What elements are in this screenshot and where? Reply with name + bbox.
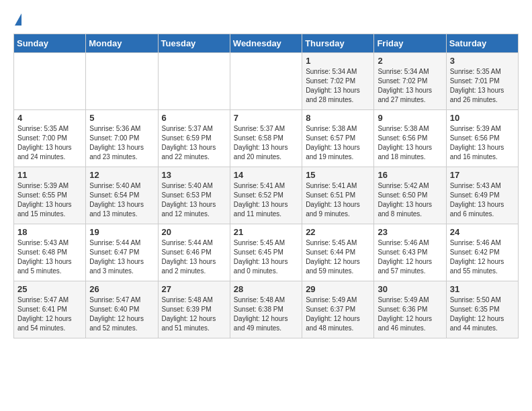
cell-info: Sunrise: 5:45 AMSunset: 6:44 PMDaylight:…	[306, 238, 370, 276]
calendar-cell: 10Sunrise: 5:39 AMSunset: 6:56 PMDayligh…	[446, 110, 518, 167]
day-number: 18	[17, 227, 82, 237]
week-row-4: 18Sunrise: 5:43 AMSunset: 6:48 PMDayligh…	[14, 224, 519, 281]
day-number: 3	[450, 56, 515, 66]
cell-info: Sunrise: 5:37 AMSunset: 6:58 PMDaylight:…	[234, 124, 298, 162]
calendar-cell: 19Sunrise: 5:44 AMSunset: 6:47 PMDayligh…	[86, 224, 158, 281]
cell-info: Sunrise: 5:34 AMSunset: 7:02 PMDaylight:…	[378, 67, 442, 105]
calendar-cell: 18Sunrise: 5:43 AMSunset: 6:48 PMDayligh…	[14, 224, 86, 281]
calendar-cell: 26Sunrise: 5:47 AMSunset: 6:40 PMDayligh…	[86, 281, 158, 338]
calendar-cell: 4Sunrise: 5:35 AMSunset: 7:00 PMDaylight…	[14, 110, 86, 167]
day-header-thursday: Thursday	[302, 34, 374, 53]
cell-info: Sunrise: 5:40 AMSunset: 6:54 PMDaylight:…	[89, 181, 154, 219]
calendar-cell: 17Sunrise: 5:43 AMSunset: 6:49 PMDayligh…	[446, 167, 518, 224]
cell-info: Sunrise: 5:48 AMSunset: 6:39 PMDaylight:…	[162, 295, 226, 333]
cell-info: Sunrise: 5:44 AMSunset: 6:46 PMDaylight:…	[162, 238, 226, 276]
calendar-table: SundayMondayTuesdayWednesdayThursdayFrid…	[13, 34, 519, 338]
cell-info: Sunrise: 5:49 AMSunset: 6:37 PMDaylight:…	[306, 295, 370, 333]
day-number: 20	[162, 227, 226, 237]
day-number: 25	[17, 284, 82, 294]
cell-info: Sunrise: 5:43 AMSunset: 6:48 PMDaylight:…	[17, 238, 82, 276]
day-number: 16	[378, 170, 442, 180]
calendar-cell: 31Sunrise: 5:50 AMSunset: 6:35 PMDayligh…	[446, 281, 518, 338]
calendar-cell: 24Sunrise: 5:46 AMSunset: 6:42 PMDayligh…	[446, 224, 518, 281]
day-number: 27	[162, 284, 226, 294]
calendar-cell: 5Sunrise: 5:36 AMSunset: 7:00 PMDaylight…	[86, 110, 158, 167]
calendar-cell: 1Sunrise: 5:34 AMSunset: 7:02 PMDaylight…	[302, 53, 374, 110]
calendar-cell: 6Sunrise: 5:37 AMSunset: 6:59 PMDaylight…	[158, 110, 230, 167]
day-number: 7	[234, 113, 298, 123]
day-number: 28	[234, 284, 298, 294]
calendar-cell: 20Sunrise: 5:44 AMSunset: 6:46 PMDayligh…	[158, 224, 230, 281]
calendar-cell: 27Sunrise: 5:48 AMSunset: 6:39 PMDayligh…	[158, 281, 230, 338]
calendar-cell: 3Sunrise: 5:35 AMSunset: 7:01 PMDaylight…	[446, 53, 518, 110]
day-number: 31	[450, 284, 515, 294]
calendar-cell: 25Sunrise: 5:47 AMSunset: 6:41 PMDayligh…	[14, 281, 86, 338]
calendar-cell: 7Sunrise: 5:37 AMSunset: 6:58 PMDaylight…	[230, 110, 302, 167]
cell-info: Sunrise: 5:47 AMSunset: 6:40 PMDaylight:…	[89, 295, 154, 333]
day-number: 6	[162, 113, 226, 123]
day-number: 4	[17, 113, 82, 123]
calendar-cell: 9Sunrise: 5:38 AMSunset: 6:56 PMDaylight…	[374, 110, 446, 167]
cell-info: Sunrise: 5:38 AMSunset: 6:57 PMDaylight:…	[306, 124, 370, 162]
calendar-cell: 15Sunrise: 5:41 AMSunset: 6:51 PMDayligh…	[302, 167, 374, 224]
day-header-saturday: Saturday	[446, 34, 518, 53]
calendar-cell: 11Sunrise: 5:39 AMSunset: 6:55 PMDayligh…	[14, 167, 86, 224]
cell-info: Sunrise: 5:41 AMSunset: 6:51 PMDaylight:…	[306, 181, 370, 219]
day-number: 8	[306, 113, 370, 123]
cell-info: Sunrise: 5:34 AMSunset: 7:02 PMDaylight:…	[306, 67, 370, 105]
cell-info: Sunrise: 5:46 AMSunset: 6:42 PMDaylight:…	[450, 238, 515, 276]
cell-info: Sunrise: 5:46 AMSunset: 6:43 PMDaylight:…	[378, 238, 442, 276]
cell-info: Sunrise: 5:45 AMSunset: 6:45 PMDaylight:…	[234, 238, 298, 276]
day-header-friday: Friday	[374, 34, 446, 53]
cell-info: Sunrise: 5:44 AMSunset: 6:47 PMDaylight:…	[89, 238, 154, 276]
day-header-wednesday: Wednesday	[230, 34, 302, 53]
calendar-cell: 29Sunrise: 5:49 AMSunset: 6:37 PMDayligh…	[302, 281, 374, 338]
day-number: 21	[234, 227, 298, 237]
day-header-monday: Monday	[86, 34, 158, 53]
day-number: 29	[306, 284, 370, 294]
day-number: 26	[89, 284, 154, 294]
logo-triangle-icon	[15, 13, 21, 26]
day-number: 17	[450, 170, 515, 180]
calendar-cell: 8Sunrise: 5:38 AMSunset: 6:57 PMDaylight…	[302, 110, 374, 167]
day-number: 2	[378, 56, 442, 66]
day-number: 15	[306, 170, 370, 180]
cell-info: Sunrise: 5:36 AMSunset: 7:00 PMDaylight:…	[89, 124, 154, 162]
day-header-tuesday: Tuesday	[158, 34, 230, 53]
day-number: 19	[89, 227, 154, 237]
cell-info: Sunrise: 5:42 AMSunset: 6:50 PMDaylight:…	[378, 181, 442, 219]
cell-info: Sunrise: 5:35 AMSunset: 7:01 PMDaylight:…	[450, 67, 515, 105]
week-row-5: 25Sunrise: 5:47 AMSunset: 6:41 PMDayligh…	[14, 281, 519, 338]
day-number: 12	[89, 170, 154, 180]
calendar-cell: 28Sunrise: 5:48 AMSunset: 6:38 PMDayligh…	[230, 281, 302, 338]
calendar-cell	[158, 53, 230, 110]
day-number: 30	[378, 284, 442, 294]
header-row: SundayMondayTuesdayWednesdayThursdayFrid…	[14, 34, 519, 53]
week-row-2: 4Sunrise: 5:35 AMSunset: 7:00 PMDaylight…	[14, 110, 519, 167]
page-header	[13, 13, 519, 27]
cell-info: Sunrise: 5:38 AMSunset: 6:56 PMDaylight:…	[378, 124, 442, 162]
day-header-sunday: Sunday	[14, 34, 86, 53]
week-row-3: 11Sunrise: 5:39 AMSunset: 6:55 PMDayligh…	[14, 167, 519, 224]
calendar-cell: 16Sunrise: 5:42 AMSunset: 6:50 PMDayligh…	[374, 167, 446, 224]
calendar-cell: 30Sunrise: 5:49 AMSunset: 6:36 PMDayligh…	[374, 281, 446, 338]
calendar-cell: 14Sunrise: 5:41 AMSunset: 6:52 PMDayligh…	[230, 167, 302, 224]
cell-info: Sunrise: 5:49 AMSunset: 6:36 PMDaylight:…	[378, 295, 442, 333]
cell-info: Sunrise: 5:47 AMSunset: 6:41 PMDaylight:…	[17, 295, 82, 333]
cell-info: Sunrise: 5:40 AMSunset: 6:53 PMDaylight:…	[162, 181, 226, 219]
day-number: 23	[378, 227, 442, 237]
day-number: 5	[89, 113, 154, 123]
day-number: 13	[162, 170, 226, 180]
day-number: 24	[450, 227, 515, 237]
logo	[13, 13, 21, 27]
calendar-cell: 13Sunrise: 5:40 AMSunset: 6:53 PMDayligh…	[158, 167, 230, 224]
cell-info: Sunrise: 5:43 AMSunset: 6:49 PMDaylight:…	[450, 181, 515, 219]
calendar-cell: 22Sunrise: 5:45 AMSunset: 6:44 PMDayligh…	[302, 224, 374, 281]
cell-info: Sunrise: 5:35 AMSunset: 7:00 PMDaylight:…	[17, 124, 82, 162]
cell-info: Sunrise: 5:39 AMSunset: 6:55 PMDaylight:…	[17, 181, 82, 219]
cell-info: Sunrise: 5:41 AMSunset: 6:52 PMDaylight:…	[234, 181, 298, 219]
calendar-cell: 23Sunrise: 5:46 AMSunset: 6:43 PMDayligh…	[374, 224, 446, 281]
cell-info: Sunrise: 5:37 AMSunset: 6:59 PMDaylight:…	[162, 124, 226, 162]
day-number: 9	[378, 113, 442, 123]
cell-info: Sunrise: 5:39 AMSunset: 6:56 PMDaylight:…	[450, 124, 515, 162]
